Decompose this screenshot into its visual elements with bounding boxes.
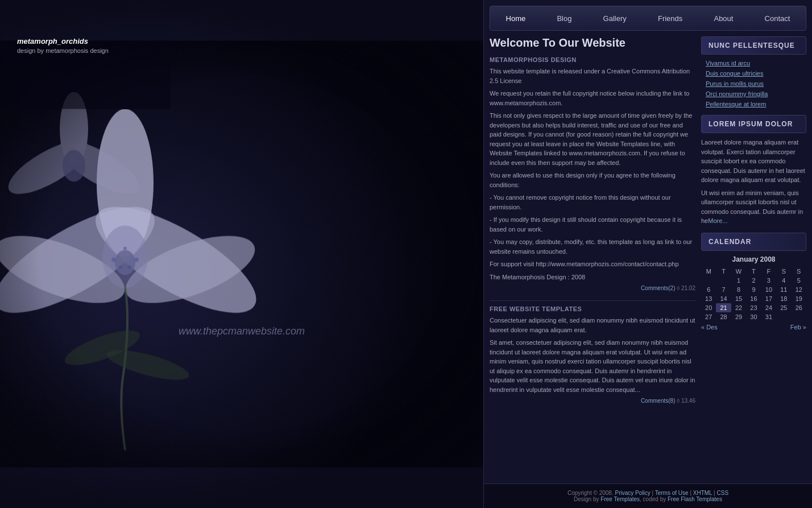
widget-lorem: LOREM IPSUM DOLOR Laoreet dolore magna a… xyxy=(701,115,806,226)
cal-cell[interactable]: 5 xyxy=(792,276,806,285)
nav-contact[interactable]: Contact xyxy=(756,7,799,30)
right-panel: Home Blog Gallery Friends About Contact … xyxy=(483,0,812,508)
cal-cell xyxy=(792,312,806,321)
cal-day-s1: S xyxy=(776,267,791,276)
footer-line-1: Copyright © 2008. Privacy Policy | Terms… xyxy=(490,490,806,496)
nunc-link-5[interactable]: Pellentesque at lorem xyxy=(706,101,766,108)
lorem-more-link[interactable]: More... xyxy=(708,217,727,224)
list-item: Pellentesque at lorem xyxy=(706,100,806,108)
lorem-text-1: Laoreet dolore magna aliquam erat volutp… xyxy=(701,138,806,185)
cal-cell[interactable]: 12 xyxy=(792,285,806,294)
nav-blog[interactable]: Blog xyxy=(548,7,581,30)
calendar-prev[interactable]: « Des xyxy=(701,324,718,331)
article-1-p5: - You cannot remove copyright notice fro… xyxy=(490,193,695,212)
article-1-meta: Comments(2) ◊ 21.02 xyxy=(490,285,695,291)
page-title: Welcome To Our Website xyxy=(490,36,695,52)
cal-day-m: M xyxy=(701,267,716,276)
article-1-p8: For support visit http://www.metamorphoz… xyxy=(490,259,695,269)
cal-cell[interactable]: 4 xyxy=(776,276,791,285)
nunc-link-1[interactable]: Vivamus id arcu xyxy=(706,60,750,67)
cal-cell[interactable]: 27 xyxy=(701,312,716,321)
cal-cell[interactable]: 6 xyxy=(701,285,716,294)
list-item: Vivamus id arcu xyxy=(706,59,806,67)
footer-copyright: Copyright © 2008. xyxy=(567,490,614,496)
nunc-link-4[interactable]: Orci nonummy fringilla xyxy=(706,90,768,97)
table-row: 1 2 3 4 5 xyxy=(701,276,806,285)
list-item: Orci nonummy fringilla xyxy=(706,90,806,98)
calendar-next[interactable]: Feb » xyxy=(790,324,806,331)
cal-cell[interactable]: 7 xyxy=(716,285,731,294)
calendar-month: January 2008 xyxy=(701,255,806,263)
footer-coded-text: , coded by xyxy=(640,496,668,502)
cal-cell[interactable]: 1 xyxy=(731,276,746,285)
list-item: Purus in mollis purus xyxy=(706,80,806,88)
cal-cell[interactable]: 16 xyxy=(746,294,761,303)
calendar-header: CALENDAR xyxy=(701,233,806,251)
footer-privacy-link[interactable]: Privacy Policy xyxy=(615,490,650,496)
cal-cell[interactable]: 22 xyxy=(731,303,746,312)
nav-about[interactable]: About xyxy=(705,7,742,30)
footer: Copyright © 2008. Privacy Policy | Terms… xyxy=(484,484,812,508)
article-1-p2: We request you retain the full copyright… xyxy=(490,89,695,108)
footer-xhtml-link[interactable]: XHTML xyxy=(693,490,712,496)
lorem-text-2: Ut wisi enim ad minim veniam, quis ullam… xyxy=(701,188,806,226)
article-2-comments[interactable]: Comments(8) xyxy=(641,398,676,404)
site-subtitle: design by metamorphosis design xyxy=(17,47,109,54)
nav-bar: Home Blog Gallery Friends About Contact xyxy=(490,6,806,31)
cal-cell[interactable]: 2 xyxy=(746,276,761,285)
article-1-p3: This not only gives respect to the large… xyxy=(490,111,695,167)
cal-cell[interactable]: 11 xyxy=(776,285,791,294)
article-2-meta: Comments(8) ◊ 13.46 xyxy=(490,398,695,404)
cal-cell[interactable]: 31 xyxy=(761,312,776,321)
cal-day-t1: T xyxy=(716,267,731,276)
nav-gallery[interactable]: Gallery xyxy=(594,7,636,30)
widget-lorem-header: LOREM IPSUM DOLOR xyxy=(701,115,806,133)
cal-cell[interactable]: 3 xyxy=(761,276,776,285)
footer-terms-link[interactable]: Terms of Use xyxy=(655,490,689,496)
nav-home[interactable]: Home xyxy=(497,7,535,30)
table-row: 13 14 15 16 17 18 19 xyxy=(701,294,806,303)
cal-cell[interactable]: 8 xyxy=(731,285,746,294)
cal-cell[interactable]: 9 xyxy=(746,285,761,294)
calendar-table: M T W T F S S xyxy=(701,267,806,321)
table-row: M T W T F S S xyxy=(701,267,806,276)
cal-cell[interactable]: 14 xyxy=(716,294,731,303)
footer-flash-templates-link[interactable]: Free Flash Templates xyxy=(668,496,722,502)
article-1: METAMORPHOSIS DESIGN This website templa… xyxy=(490,56,695,291)
cal-cell[interactable]: 25 xyxy=(776,303,791,312)
cal-day-f: F xyxy=(761,267,776,276)
main-content: Welcome To Our Website METAMORPHOSIS DES… xyxy=(484,36,812,484)
footer-line-2: Design by Free Templates, coded by Free … xyxy=(490,496,806,502)
cal-cell[interactable]: 18 xyxy=(776,294,791,303)
cal-cell[interactable]: 19 xyxy=(792,294,806,303)
list-item: Duis congue ultricies xyxy=(706,69,806,77)
nav-friends[interactable]: Friends xyxy=(649,7,691,30)
cal-cell[interactable]: 29 xyxy=(731,312,746,321)
divider-1 xyxy=(490,300,695,301)
article-2: FREE WEBSITE TEMPLATES Consectetuer adip… xyxy=(490,305,695,404)
cal-cell[interactable]: 15 xyxy=(731,294,746,303)
cal-cell[interactable]: 26 xyxy=(792,303,806,312)
cal-cell[interactable]: 13 xyxy=(701,294,716,303)
cal-cell[interactable]: 24 xyxy=(761,303,776,312)
cal-cell[interactable]: 23 xyxy=(746,303,761,312)
widget-nunc-header: NUNC PELLENTESQUE xyxy=(701,36,806,55)
cal-cell[interactable]: 10 xyxy=(761,285,776,294)
widget-nunc-links: Vivamus id arcu Duis congue ultricies Pu… xyxy=(701,59,806,108)
cal-cell[interactable]: 20 xyxy=(701,303,716,312)
nunc-link-2[interactable]: Duis congue ultricies xyxy=(706,70,764,77)
cal-cell[interactable]: 28 xyxy=(716,312,731,321)
article-1-date: ◊ 21.02 xyxy=(677,285,695,291)
nunc-link-3[interactable]: Purus in mollis purus xyxy=(706,80,764,87)
cal-cell[interactable]: 17 xyxy=(761,294,776,303)
sidebar: NUNC PELLENTESQUE Vivamus id arcu Duis c… xyxy=(701,36,806,484)
article-1-comments[interactable]: Comments(2) xyxy=(641,285,676,291)
cal-cell[interactable]: 30 xyxy=(746,312,761,321)
content-area: Welcome To Our Website METAMORPHOSIS DES… xyxy=(490,36,695,484)
footer-free-templates-link[interactable]: Free Templates xyxy=(600,496,640,502)
footer-css-link[interactable]: CSS xyxy=(716,490,728,496)
watermark: www.thepcmanwebsite.com xyxy=(179,325,305,337)
content-wrapper: metamorph_orchids design by metamorphosi… xyxy=(0,0,812,508)
cal-cell-today[interactable]: 21 xyxy=(716,303,731,312)
article-2-date: ◊ 13.46 xyxy=(677,398,695,404)
